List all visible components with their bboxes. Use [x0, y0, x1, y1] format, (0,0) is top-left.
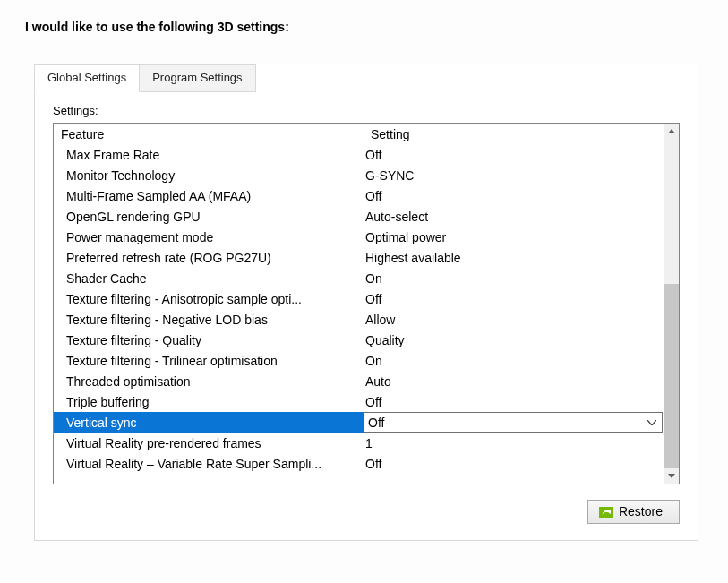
tab-global-settings[interactable]: Global Settings — [34, 64, 140, 92]
feature-cell: Shader Cache — [59, 271, 364, 286]
settings-row[interactable]: Max Frame RateOff — [54, 144, 664, 165]
feature-cell: Texture filtering - Anisotropic sample o… — [59, 292, 364, 306]
column-header-feature: Feature — [59, 127, 369, 141]
settings-panel: Settings: Feature Setting Max Frame Rate… — [34, 64, 698, 541]
settings-row[interactable]: OpenGL rendering GPUAuto-select — [54, 206, 664, 227]
settings-row[interactable]: Texture filtering - Negative LOD biasAll… — [54, 309, 664, 330]
feature-cell: Texture filtering - Quality — [59, 333, 364, 347]
setting-value: Quality — [365, 333, 405, 347]
feature-cell: Max Frame Rate — [59, 148, 364, 162]
setting-value: 1 — [365, 436, 373, 450]
tab-program-settings[interactable]: Program Settings — [140, 64, 255, 92]
feature-cell: Texture filtering - Negative LOD bias — [59, 313, 364, 327]
setting-value: On — [365, 271, 382, 286]
page-title: I would like to use the following 3D set… — [0, 0, 728, 34]
tab-strip: Global Settings Program Settings — [34, 64, 256, 92]
settings-row[interactable]: Texture filtering - Anisotropic sample o… — [54, 288, 664, 309]
setting-cell: Auto-select — [364, 210, 664, 224]
feature-cell: OpenGL rendering GPU — [59, 210, 364, 224]
setting-dropdown[interactable]: Off — [364, 412, 663, 433]
setting-value: G-SYNC — [365, 168, 414, 183]
setting-value: Off — [365, 457, 381, 471]
tab-program-label: Program Settings — [152, 71, 242, 84]
feature-cell: Preferred refresh rate (ROG PG27U) — [59, 251, 364, 265]
settings-label: Settings: — [53, 104, 680, 117]
setting-value: Auto — [365, 374, 391, 389]
feature-cell: Power management mode — [59, 230, 364, 244]
settings-row[interactable]: Vertical syncOff — [54, 412, 663, 433]
setting-cell: Quality — [364, 333, 664, 347]
settings-row[interactable]: Shader CacheOn — [54, 268, 664, 288]
setting-cell: Off — [364, 148, 664, 162]
scroll-up-button[interactable] — [664, 124, 679, 139]
setting-cell: Highest available — [364, 251, 664, 265]
feature-cell: Virtual Reality pre-rendered frames — [59, 436, 364, 450]
scroll-thumb[interactable] — [664, 284, 679, 468]
settings-header-row: Feature Setting — [54, 124, 664, 144]
settings-listbox: Feature Setting Max Frame RateOffMonitor… — [53, 123, 680, 484]
setting-cell: Off — [364, 457, 664, 471]
settings-row[interactable]: Multi-Frame Sampled AA (MFAA)Off — [54, 185, 664, 206]
settings-row[interactable]: Power management modeOptimal power — [54, 227, 664, 247]
settings-row[interactable]: Triple bufferingOff — [54, 391, 664, 412]
setting-cell: On — [364, 354, 664, 368]
setting-cell: Off — [364, 292, 664, 306]
nvidia-icon — [599, 506, 613, 517]
chevron-down-icon — [647, 420, 656, 425]
settings-row[interactable]: Preferred refresh rate (ROG PG27U)Highes… — [54, 247, 664, 268]
settings-row[interactable]: Texture filtering - Trilinear optimisati… — [54, 350, 664, 371]
feature-cell: Triple buffering — [59, 395, 364, 409]
setting-cell: Auto — [364, 374, 664, 389]
feature-cell: Threaded optimisation — [59, 374, 364, 389]
setting-value: Off — [365, 395, 381, 409]
settings-row[interactable]: Virtual Reality – Variable Rate Super Sa… — [54, 453, 664, 474]
feature-cell: Monitor Technology — [59, 168, 364, 183]
setting-value: Auto-select — [365, 210, 428, 224]
setting-cell: G-SYNC — [364, 168, 664, 183]
restore-button[interactable]: Restore — [587, 500, 680, 524]
feature-cell: Vertical sync — [59, 416, 364, 430]
setting-cell: On — [364, 271, 664, 286]
setting-value: Off — [365, 292, 381, 306]
settings-row[interactable]: Virtual Reality pre-rendered frames1 — [54, 433, 664, 453]
setting-value: Optimal power — [365, 230, 446, 244]
setting-cell: 1 — [364, 436, 664, 450]
setting-value: On — [365, 354, 382, 368]
setting-cell: Optimal power — [364, 230, 664, 244]
setting-value: Highest available — [365, 251, 461, 265]
setting-value: Off — [368, 416, 384, 430]
settings-row[interactable]: Threaded optimisationAuto — [54, 371, 664, 391]
setting-value: Allow — [365, 313, 395, 327]
feature-cell: Virtual Reality – Variable Rate Super Sa… — [59, 457, 364, 471]
column-header-setting: Setting — [369, 127, 664, 141]
settings-row[interactable]: Texture filtering - QualityQuality — [54, 330, 664, 350]
restore-label: Restore — [619, 504, 663, 519]
feature-cell: Multi-Frame Sampled AA (MFAA) — [59, 189, 364, 203]
setting-value: Off — [365, 189, 381, 203]
feature-cell: Texture filtering - Trilinear optimisati… — [59, 354, 364, 368]
settings-row[interactable]: Monitor TechnologyG-SYNC — [54, 165, 664, 185]
scroll-track[interactable] — [664, 139, 679, 468]
setting-cell: Off — [364, 395, 664, 409]
tab-global-label: Global Settings — [47, 71, 126, 84]
setting-cell: Off — [364, 189, 664, 203]
setting-cell: Allow — [364, 313, 664, 327]
setting-value: Off — [365, 148, 381, 162]
svg-rect-0 — [599, 507, 613, 518]
scrollbar[interactable] — [664, 124, 679, 484]
scroll-down-button[interactable] — [664, 468, 679, 484]
